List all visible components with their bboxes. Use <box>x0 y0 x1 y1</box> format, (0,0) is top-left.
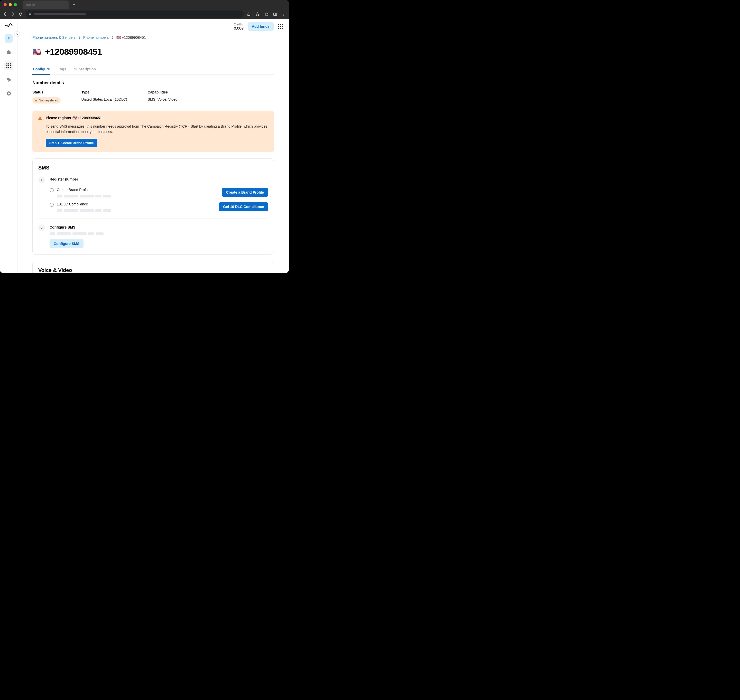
window-close[interactable] <box>4 3 7 6</box>
alert-body: To send SMS messages, this number needs … <box>46 124 268 135</box>
window-minimize[interactable] <box>9 3 12 6</box>
lock-icon <box>29 12 32 16</box>
placeholder-text <box>50 232 268 235</box>
reload-button[interactable] <box>18 12 23 17</box>
app-logo[interactable] <box>4 23 13 29</box>
credits-amount: 0.00€ <box>234 26 243 30</box>
workspace-avatar[interactable]: F <box>4 34 13 43</box>
breadcrumb-second[interactable]: Phone numbers <box>83 35 109 40</box>
create-brand-profile-label: Create Brand Profile <box>57 188 111 192</box>
type-label: Type <box>81 90 127 94</box>
svg-rect-8 <box>40 119 40 119</box>
svg-rect-1 <box>273 13 276 15</box>
nav-conversations-icon[interactable] <box>4 75 13 84</box>
create-brand-profile-step-button[interactable]: Step 1: Create Brand Profile <box>46 139 97 147</box>
chevron-right-icon: ❯ <box>111 36 114 39</box>
back-button[interactable] <box>3 12 8 17</box>
url-text <box>34 13 85 15</box>
menu-icon[interactable] <box>281 12 286 17</box>
placeholder-text <box>57 195 111 197</box>
status-dot-icon <box>35 100 37 101</box>
breadcrumb-current: 🇺🇸 +12089908451 <box>116 35 146 40</box>
step-2-title: Configure SMS <box>50 225 268 229</box>
svg-point-5 <box>283 15 284 16</box>
tab-logs[interactable]: Logs <box>57 65 66 75</box>
svg-point-3 <box>283 13 284 13</box>
add-funds-button[interactable]: Add funds <box>248 22 274 31</box>
country-flag-icon: 🇺🇸 <box>32 47 41 56</box>
panel-icon[interactable] <box>272 12 277 17</box>
step-2-number: 2 <box>38 224 45 231</box>
tab-subscription[interactable]: Subscription <box>74 65 97 75</box>
sms-heading: SMS <box>38 165 268 171</box>
nav-dialpad-icon[interactable] <box>4 61 13 71</box>
voice-video-card: Voice & Video Configure Voice & Video <box>32 261 274 273</box>
breadcrumb-root[interactable]: Phone numbers & Senders <box>32 35 75 40</box>
nav-home-icon[interactable] <box>4 47 13 56</box>
placeholder-text <box>57 209 111 212</box>
breadcrumb: Phone numbers & Senders ❯ Phone numbers … <box>32 35 274 40</box>
configure-sms-button[interactable]: Configure SMS <box>50 239 84 248</box>
apps-menu-icon[interactable] <box>278 24 283 29</box>
alert-title: Please register 🇺🇸 +12089908451 <box>46 116 102 120</box>
tab-configure[interactable]: Configure <box>32 65 50 75</box>
sidebar-expand-button[interactable] <box>15 31 20 37</box>
register-alert: Please register 🇺🇸 +12089908451 To send … <box>32 111 274 152</box>
step-1-title: Register number <box>50 177 78 181</box>
page-title: +12089908451 <box>45 47 102 57</box>
forward-button[interactable] <box>10 12 15 17</box>
create-brand-profile-button[interactable]: Create a Brand Profile <box>222 188 268 197</box>
step-1-number: 1 <box>38 176 45 183</box>
status-badge: Not registered <box>32 97 60 103</box>
radio-icon <box>50 188 54 192</box>
status-label: Status <box>32 90 60 94</box>
extensions-icon[interactable] <box>264 12 269 17</box>
voice-video-heading: Voice & Video <box>38 267 268 273</box>
10dlc-compliance-label: 10DLC Compliance <box>57 202 111 206</box>
get-10dlc-compliance-button[interactable]: Get 10 DLC Compliance <box>219 202 268 211</box>
avatar-letter: F <box>8 37 10 41</box>
bookmark-icon[interactable] <box>255 12 260 17</box>
capabilities-label: Capabilities <box>148 90 178 94</box>
nav-add-icon[interactable] <box>4 89 13 98</box>
svg-rect-7 <box>40 118 40 119</box>
credits-label: Credits <box>234 23 243 26</box>
radio-icon <box>50 203 54 207</box>
svg-point-4 <box>283 14 284 15</box>
tabs-expand-icon[interactable] <box>72 2 75 7</box>
type-value: United States Local (10DLC) <box>81 97 127 101</box>
sms-card: SMS 1 Register number Create Brand Profi… <box>32 159 274 255</box>
number-details-heading: Number details <box>32 80 274 85</box>
address-bar[interactable] <box>26 10 243 18</box>
svg-rect-0 <box>29 13 31 15</box>
share-icon[interactable] <box>246 12 251 17</box>
browser-tab[interactable] <box>23 0 69 9</box>
window-maximize[interactable] <box>14 3 17 6</box>
chevron-right-icon: ❯ <box>78 36 81 39</box>
warning-icon <box>38 116 42 121</box>
capabilities-value: SMS, Voice, Video <box>148 97 178 101</box>
